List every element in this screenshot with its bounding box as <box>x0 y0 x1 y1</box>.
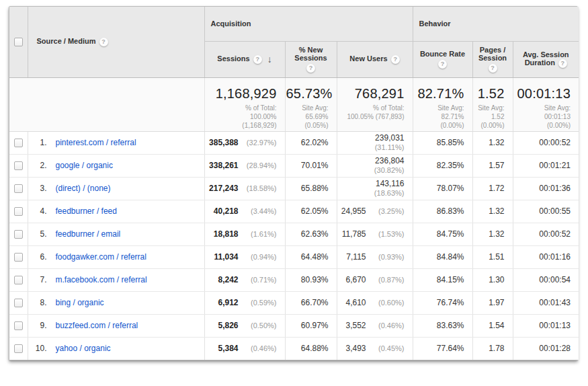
row-checkbox[interactable] <box>14 207 23 216</box>
source-medium-link[interactable]: yahoo / organic <box>56 344 111 353</box>
col-header-new-users[interactable]: New Users? <box>337 41 413 77</box>
avg-duration-value: 00:01:28 <box>539 344 571 353</box>
new-users-percent: (18.63%) <box>366 189 405 197</box>
pages-session-cell: 1.97 <box>472 291 513 314</box>
bounce-rate-cell: 85.85% <box>413 131 472 154</box>
bounce-rate-value: 78.07% <box>437 184 464 193</box>
help-icon[interactable]: ? <box>558 59 567 68</box>
summary-pages-session-value: 1.52 <box>474 85 505 102</box>
pages-session-value: 1.97 <box>489 298 504 307</box>
summary-pct-new-sessions-value: 65.73% <box>286 85 329 102</box>
row-checkbox[interactable] <box>14 230 23 239</box>
row-checkbox-cell <box>9 245 28 268</box>
new-users-value: 6,670 <box>345 275 366 284</box>
new-users-value: 236,804 <box>375 156 404 165</box>
sessions-cell: 5,826(0.50%) <box>204 314 285 337</box>
pages-session-value: 1.51 <box>489 252 504 262</box>
new-users-cell: 236,804(30.82%) <box>337 154 413 177</box>
source-medium-link[interactable]: foodgawker.com / referral <box>56 252 146 262</box>
source-medium-link[interactable]: google / organic <box>56 161 113 170</box>
pct-new-sessions-value: 66.70% <box>301 298 329 307</box>
row-checkbox[interactable] <box>14 344 23 353</box>
pages-session-cell: 1.32 <box>472 223 513 245</box>
sessions-value: 5,384 <box>218 344 238 353</box>
bounce-rate-cell: 84.15% <box>413 268 472 291</box>
behavior-group-label: Behavior <box>419 20 451 28</box>
source-medium-cell: 10.yahoo / organic <box>28 337 204 360</box>
help-icon[interactable]: ? <box>438 60 447 69</box>
sessions-value: 385,388 <box>209 138 238 147</box>
source-medium-link[interactable]: buzzfeed.com / referral <box>56 321 138 330</box>
summary-sessions: 1,168,929 % of Total: 100.00% (1,168,929… <box>204 77 285 131</box>
col-header-pages-session[interactable]: Pages / Session? <box>472 41 513 77</box>
summary-lead-cell <box>9 77 204 131</box>
sessions-cell: 217,243(18.58%) <box>204 177 285 200</box>
summary-sessions-value: 1,168,929 <box>206 85 277 102</box>
sessions-value: 217,243 <box>209 184 238 193</box>
source-medium-link[interactable]: feedburner / email <box>56 229 121 239</box>
row-checkbox[interactable] <box>14 276 23 284</box>
col-header-avg-duration[interactable]: Avg. Session Duration? <box>513 41 579 77</box>
row-checkbox[interactable] <box>14 321 23 330</box>
bounce-rate-value: 84.15% <box>437 275 464 284</box>
help-icon[interactable]: ? <box>489 64 497 73</box>
row-checkbox[interactable] <box>14 253 23 262</box>
col-header-bounce-rate[interactable]: Bounce Rate? <box>413 41 472 77</box>
row-checkbox[interactable] <box>14 139 23 147</box>
pct-new-sessions-value: 65.88% <box>301 184 329 193</box>
pct-new-sessions-value: 70.01% <box>301 161 329 170</box>
new-users-value: 11,785 <box>342 229 366 239</box>
source-medium-link[interactable]: m.facebook.com / referral <box>56 275 147 284</box>
table-row: 9.buzzfeed.com / referral 5,826(0.50%) 6… <box>9 314 579 337</box>
source-medium-link[interactable]: bing / organic <box>56 298 104 307</box>
bounce-rate-value: 82.35% <box>437 161 464 170</box>
row-checkbox-cell <box>9 223 28 245</box>
help-icon[interactable]: ? <box>391 55 400 64</box>
summary-pct-new-sessions: 65.73% Site Avg: 65.69% (0.05%) <box>285 77 337 131</box>
help-icon[interactable]: ? <box>253 55 262 64</box>
source-medium-cell: 3.(direct) / (none) <box>28 177 204 200</box>
pages-session-label: Pages / Session <box>478 46 507 62</box>
row-checkbox[interactable] <box>14 161 23 170</box>
row-checkbox-cell <box>9 268 28 291</box>
col-header-pct-new-sessions[interactable]: % New Sessions? <box>285 41 337 77</box>
pct-new-sessions-cell: 80.93% <box>285 268 337 291</box>
sessions-cell: 338,261(28.94%) <box>204 154 285 177</box>
new-users-percent: (1.53%) <box>366 230 405 238</box>
help-icon[interactable]: ? <box>99 38 108 46</box>
avg-duration-value: 00:00:52 <box>539 229 571 239</box>
row-checkbox[interactable] <box>14 184 23 193</box>
sessions-percent: (0.46%) <box>239 344 277 352</box>
new-users-cell: 3,493(0.45%) <box>337 337 413 360</box>
bounce-rate-cell: 82.35% <box>413 154 472 177</box>
source-medium-link[interactable]: pinterest.com / referral <box>56 138 136 147</box>
bounce-rate-value: 84.84% <box>437 252 464 262</box>
pct-new-sessions-cell: 62.05% <box>285 200 337 223</box>
avg-duration-value: 00:01:36 <box>539 184 571 193</box>
avg-duration-cell: 00:01:36 <box>513 177 579 200</box>
row-checkbox[interactable] <box>14 299 23 307</box>
sessions-cell: 385,388(32.97%) <box>204 131 285 154</box>
source-medium-link[interactable]: feedburner / feed <box>56 206 117 216</box>
source-medium-link[interactable]: (direct) / (none) <box>56 184 111 193</box>
pages-session-cell: 1.57 <box>472 154 513 177</box>
summary-new-users: 768,291 % of Total: 100.05% (767,893) <box>337 77 413 131</box>
sort-descending-icon[interactable]: ↓ <box>267 54 272 65</box>
row-checkbox-cell <box>9 177 28 200</box>
pages-session-cell: 1.72 <box>472 177 513 200</box>
sessions-percent: (28.94%) <box>239 161 277 169</box>
source-medium-cell: 8.bing / organic <box>28 291 204 314</box>
new-users-percent: (0.60%) <box>366 299 405 307</box>
col-header-sessions[interactable]: Sessions?↓ <box>204 41 285 77</box>
col-header-source-medium[interactable]: Source / Medium? <box>28 7 204 77</box>
select-all-checkbox[interactable] <box>14 38 23 46</box>
new-users-label: New Users <box>349 54 387 63</box>
acquisition-group-label: Acquisition <box>211 20 251 28</box>
avg-duration-value: 00:01:16 <box>539 252 571 262</box>
new-users-cell: 4,610(0.60%) <box>337 291 413 314</box>
source-medium-cell: 9.buzzfeed.com / referral <box>28 314 204 337</box>
help-icon[interactable]: ? <box>306 64 315 73</box>
source-medium-cell: 6.foodgawker.com / referral <box>28 245 204 268</box>
pct-new-sessions-value: 62.02% <box>301 138 329 147</box>
new-users-value: 3,493 <box>345 344 366 353</box>
